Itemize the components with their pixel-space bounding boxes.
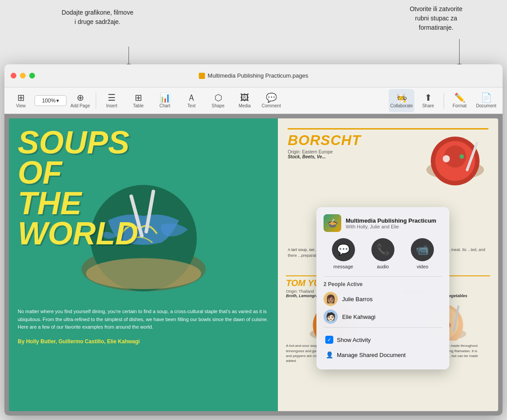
toolbar-separator: [96, 93, 96, 109]
close-button[interactable]: [11, 73, 16, 79]
add-page-button[interactable]: ⊕ Add Page: [67, 89, 93, 112]
collab-divider: [324, 276, 442, 277]
media-button[interactable]: 🖼 Media: [232, 89, 257, 112]
titlebar: Multimedia Publishing Practicum.pages: [4, 64, 503, 87]
collab-doc-title: Multimedia Publishing Practicum: [346, 217, 436, 224]
document-button[interactable]: 📄 Document: [473, 89, 499, 112]
avatar-julie: 👩🏽: [324, 292, 338, 306]
insert-button[interactable]: ☰ Insert: [99, 89, 125, 112]
svg-point-10: [460, 154, 464, 159]
chart-icon: 📊: [160, 93, 171, 102]
content-area: SOUPS OF THE WORLD: [4, 114, 503, 416]
add-page-icon: ⊕: [77, 93, 84, 102]
user-elie-name: Elie Kahwagi: [342, 314, 375, 320]
annotation-right: Otvorite ili zatvorite rubni stupac za f…: [392, 4, 480, 32]
collaborate-icon: 🧑‍🍳: [396, 93, 407, 102]
comment-button[interactable]: 💬 Comment: [258, 89, 284, 112]
message-action-button[interactable]: 💬 message: [332, 238, 355, 269]
collab-doc-subtitle: With Holly, Julie and Elie: [346, 224, 436, 229]
collaborate-popup: 🍲 Multimedia Publishing Practicum With H…: [316, 207, 449, 369]
collab-actions: 💬 message 📞 audio 📹 video: [324, 238, 442, 269]
view-icon: ⊞: [17, 93, 25, 102]
zoom-button[interactable]: 100% ▾: [35, 95, 66, 106]
toolbar-separator-2: [444, 93, 444, 109]
audio-action-button[interactable]: 📞 audio: [371, 238, 394, 269]
checkmark-icon: ✓: [325, 336, 333, 344]
manage-doc-icon: 👤: [325, 351, 333, 359]
author-text: By Holly Butler, Guillermo Castillo, Eli…: [18, 338, 269, 345]
borscht-title: BORSCHT: [288, 132, 361, 149]
collaborate-button[interactable]: 🧑‍🍳 Collaborate: [389, 89, 414, 112]
borscht-ingredients: Stock, Beets, Ve...: [288, 154, 361, 159]
user-julie-name: Julie Barros: [342, 296, 373, 302]
pages-doc-icon: [199, 73, 205, 79]
share-button[interactable]: ⬆ Share: [415, 89, 441, 112]
body-text: No matter where you find yourself dining…: [18, 308, 269, 331]
message-icon: 💬: [332, 238, 355, 261]
collab-header: 🍲 Multimedia Publishing Practicum With H…: [324, 214, 442, 232]
chevron-down-icon: ▾: [56, 98, 59, 104]
fullscreen-button[interactable]: [29, 73, 35, 79]
phone-icon: 📞: [371, 238, 394, 261]
manage-shared-doc-menu-item[interactable]: 👤 Manage Shared Document: [324, 347, 442, 362]
share-icon: ⬆: [425, 93, 432, 102]
toolbar: ⊞ View 100% ▾ ⊕ Add Page ☰ Insert ⊞ Tabl…: [4, 87, 503, 114]
format-button[interactable]: ✏️ Format: [447, 89, 472, 112]
text-icon: Ａ: [187, 93, 196, 102]
show-activity-menu-item[interactable]: ✓ Show Activity: [324, 332, 442, 347]
annotation-line-left: [129, 47, 129, 64]
show-activity-label: Show Activity: [337, 337, 371, 343]
collab-doc-icon: 🍲: [324, 214, 341, 232]
media-icon: 🖼: [240, 93, 249, 102]
avatar-elie: 🧑🏻: [324, 310, 338, 324]
app-window: Multimedia Publishing Practicum.pages ⊞ …: [4, 64, 503, 416]
borscht-origin: Origin: Eastern Europe: [288, 149, 361, 154]
shape-button[interactable]: ⬡ Shape: [205, 89, 231, 112]
collab-doc-info: Multimedia Publishing Practicum With Hol…: [346, 217, 436, 229]
traffic-lights: [11, 73, 35, 79]
annotation-line-right: [459, 39, 460, 64]
collab-divider-2: [324, 327, 442, 328]
table-button[interactable]: ⊞ Table: [125, 89, 151, 112]
svg-point-9: [443, 155, 450, 162]
view-button[interactable]: ⊞ View: [8, 89, 34, 112]
user-elie: 🧑🏻 Elie Kahwagi: [324, 310, 442, 324]
borscht-bowl-svg: [422, 132, 488, 185]
video-icon: 📹: [411, 238, 434, 261]
page-left-section: SOUPS OF THE WORLD: [9, 118, 278, 411]
main-title: SOUPS OF THE WORLD: [18, 127, 138, 249]
chart-button[interactable]: 📊 Chart: [152, 89, 178, 112]
video-action-button[interactable]: 📹 video: [411, 238, 434, 269]
manage-shared-doc-label: Manage Shared Document: [337, 352, 406, 358]
svg-point-2: [86, 258, 201, 289]
table-icon: ⊞: [135, 93, 142, 102]
annotation-left: Dodajte grafikone, filmove i druge sadrž…: [53, 8, 142, 27]
user-julie: 👩🏽 Julie Barros: [324, 292, 442, 306]
window-title: Multimedia Publishing Practicum.pages: [199, 72, 308, 79]
active-count: 2 People Active: [324, 281, 442, 287]
document-icon: 📄: [481, 93, 492, 102]
format-icon: ✏️: [454, 93, 465, 102]
insert-icon: ☰: [108, 93, 116, 102]
minimize-button[interactable]: [20, 73, 26, 79]
comment-icon: 💬: [266, 93, 277, 102]
text-button[interactable]: Ａ Text: [179, 89, 204, 112]
shape-icon: ⬡: [214, 93, 222, 102]
